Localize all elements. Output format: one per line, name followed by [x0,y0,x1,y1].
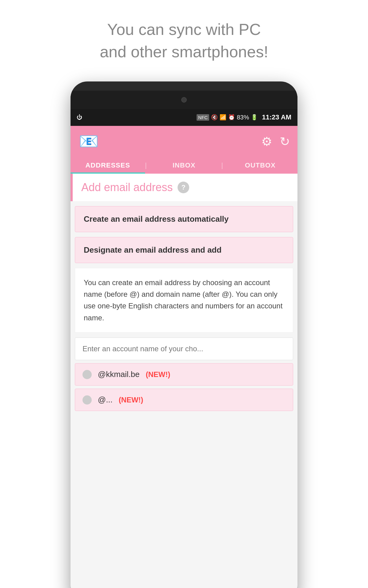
device-frame: ⏻ NFC 🔇 📶 ⏰ 83% 🔋 11:23 AM 📧 ⚙ ↻ [71,81,297,588]
settings-icon[interactable]: ⚙ [261,134,272,149]
account-name-input[interactable] [82,345,286,353]
designate-option[interactable]: Designate an email address and add [75,237,293,263]
domain-kkmail-text: @kkmail.be [98,370,140,379]
help-icon[interactable]: ? [178,182,189,193]
domain-2-badge: (NEW!) [119,396,143,404]
device-top [71,91,297,109]
domain-option-kkmail[interactable]: @kkmail.be (NEW!) [75,363,293,386]
mute-icon: 🔇 [211,114,218,121]
auto-create-label: Create an email address automatically [84,214,229,224]
app-header-top: 📧 ⚙ ↻ [71,126,297,157]
device-wrapper: ⏻ NFC 🔇 📶 ⏰ 83% 🔋 11:23 AM 📧 ⚙ ↻ [0,81,368,588]
radio-kkmail[interactable] [82,370,92,379]
battery-icon: 🔋 [251,114,258,121]
domain-kkmail-badge: (NEW!) [146,370,170,379]
camera [181,97,187,103]
domain-2-text: @... [98,395,113,405]
alarm-icon: ⏰ [228,114,235,121]
promo-line2: and other smartphones! [0,41,368,63]
time-display: 11:23 AM [262,113,291,121]
section-title-row: Add email address ? [81,181,289,194]
tab-addresses[interactable]: ADDRESSES [71,157,145,174]
status-bar: ⏻ NFC 🔇 📶 ⏰ 83% 🔋 11:23 AM [71,109,297,126]
wifi-icon: 📶 [220,114,226,121]
status-left: ⏻ [77,114,82,121]
nfc-icon: NFC [197,114,209,121]
designate-label: Designate an email address and add [84,245,221,254]
add-email-title: Add email address [81,181,173,194]
refresh-icon[interactable]: ↻ [280,134,290,149]
nav-tabs: ADDRESSES | INBOX | OUTBOX [71,157,297,174]
domain-option-2[interactable]: @... (NEW!) [75,389,293,411]
battery-percent: 83% [237,114,249,121]
tab-inbox[interactable]: INBOX [147,157,221,174]
status-right: NFC 🔇 📶 ⏰ 83% 🔋 11:23 AM [197,113,291,121]
account-name-field[interactable] [75,337,293,360]
header-icons: ⚙ ↻ [261,134,290,149]
power-icon: ⏻ [77,114,82,121]
section-header: Add email address ? [71,174,297,201]
app-header: 📧 ⚙ ↻ ADDRESSES | INBOX | OUTBOX [71,126,297,174]
screen-content: Add email address ? Create an email addr… [71,174,297,588]
radio-domain2[interactable] [82,395,92,405]
description-text: You can create an email address by choos… [84,277,284,324]
auto-create-option[interactable]: Create an email address automatically [75,206,293,232]
promo-section: You can sync with PC and other smartphon… [0,0,368,75]
promo-line1: You can sync with PC [0,18,368,41]
tab-outbox[interactable]: OUTBOX [223,157,297,174]
description-card: You can create an email address by choos… [75,268,293,333]
mail-logo-icon: 📧 [79,132,99,151]
app-logo[interactable]: 📧 [78,131,99,152]
